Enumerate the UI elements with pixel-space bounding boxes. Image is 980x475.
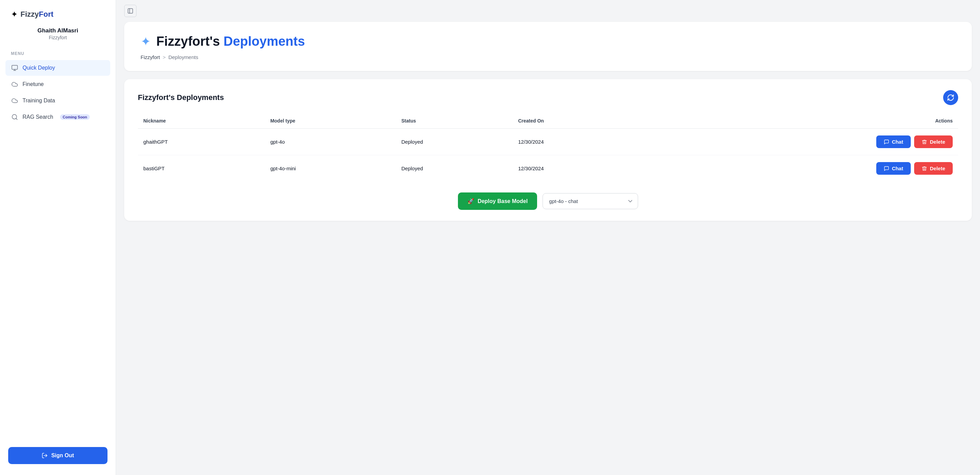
section-title: Fizzyfort's Deployments bbox=[138, 93, 224, 102]
logo-area: ✦ FizzyFort bbox=[0, 0, 116, 25]
header-title-area: ✦ Fizzyfort's Deployments bbox=[141, 34, 955, 49]
refresh-icon bbox=[947, 94, 955, 101]
finetune-icon bbox=[11, 81, 18, 88]
sidebar-item-rag-search[interactable]: RAG Search Coming Soon bbox=[5, 109, 110, 125]
quick-deploy-icon bbox=[11, 64, 18, 71]
sidebar-item-finetune[interactable]: Finetune bbox=[5, 76, 110, 92]
delete-icon bbox=[922, 139, 927, 145]
sign-out-button[interactable]: Sign Out bbox=[8, 447, 108, 464]
chat-icon bbox=[884, 139, 889, 145]
refresh-button[interactable] bbox=[943, 90, 958, 105]
rocket-icon: 🚀 bbox=[468, 198, 474, 204]
col-model-type: Model type bbox=[265, 114, 396, 129]
delete-label: Delete bbox=[930, 139, 945, 145]
sidebar-item-quick-deploy[interactable]: Quick Deploy bbox=[5, 60, 110, 76]
sidebar: ✦ FizzyFort Ghaith AlMasri Fizzyfort MEN… bbox=[0, 0, 116, 475]
breadcrumb-separator: > bbox=[163, 54, 166, 60]
sidebar-nav: Quick Deploy Finetune Training Data RAG … bbox=[0, 60, 116, 125]
deploy-row: 🚀 Deploy Base Model gpt-4o - chat gpt-4o… bbox=[138, 192, 958, 210]
table-row: ghaithGPT gpt-4o Deployed 12/30/2024 Cha… bbox=[138, 129, 958, 155]
deployments-table: Nickname Model type Status Created On Ac… bbox=[138, 114, 958, 181]
chat-icon bbox=[884, 166, 889, 171]
row1-model-type: gpt-4o bbox=[265, 129, 396, 155]
deploy-base-button[interactable]: 🚀 Deploy Base Model bbox=[458, 192, 538, 210]
rag-search-icon bbox=[11, 113, 18, 121]
quick-deploy-label: Quick Deploy bbox=[22, 65, 55, 71]
row1-chat-button[interactable]: Chat bbox=[876, 135, 911, 148]
page-title: Fizzyfort's Deployments bbox=[156, 34, 305, 49]
row2-model-type: gpt-4o-mini bbox=[265, 155, 396, 182]
logo-icon: ✦ bbox=[11, 10, 18, 19]
training-data-label: Training Data bbox=[22, 98, 55, 104]
user-info: Ghaith AlMasri Fizzyfort bbox=[0, 25, 116, 48]
delete-label: Delete bbox=[930, 165, 945, 171]
row2-nickname: bastiGPT bbox=[138, 155, 265, 182]
table-row: bastiGPT gpt-4o-mini Deployed 12/30/2024… bbox=[138, 155, 958, 182]
col-nickname: Nickname bbox=[138, 114, 265, 129]
menu-label: MENU bbox=[0, 48, 116, 60]
breadcrumb-parent[interactable]: Fizzyfort bbox=[141, 54, 160, 60]
toggle-sidebar-button[interactable] bbox=[124, 5, 137, 17]
logo-text: FizzyFort bbox=[21, 10, 54, 19]
breadcrumb-current: Deployments bbox=[168, 54, 198, 60]
row2-status: Deployed bbox=[396, 155, 512, 182]
finetune-label: Finetune bbox=[22, 81, 44, 87]
delete-icon bbox=[922, 166, 927, 171]
main-content: ✦ Fizzyfort's Deployments Fizzyfort > De… bbox=[116, 0, 980, 475]
title-blue: Deployments bbox=[223, 34, 305, 48]
chat-label: Chat bbox=[892, 139, 903, 145]
breadcrumb: Fizzyfort > Deployments bbox=[141, 54, 955, 60]
row2-created-on: 12/30/2024 bbox=[512, 155, 644, 182]
row2-actions: Chat Delete bbox=[644, 155, 958, 182]
chat-label: Chat bbox=[892, 165, 903, 171]
col-status: Status bbox=[396, 114, 512, 129]
row2-chat-button[interactable]: Chat bbox=[876, 162, 911, 175]
row2-delete-button[interactable]: Delete bbox=[914, 162, 953, 175]
row1-delete-button[interactable]: Delete bbox=[914, 135, 953, 148]
row1-created-on: 12/30/2024 bbox=[512, 129, 644, 155]
col-actions: Actions bbox=[644, 114, 958, 129]
title-plain: Fizzyfort's bbox=[156, 34, 220, 48]
model-select[interactable]: gpt-4o - chat gpt-4o-mini - chat gpt-3.5… bbox=[542, 193, 638, 209]
sidebar-footer: Sign Out bbox=[0, 439, 116, 475]
toggle-sidebar-icon bbox=[127, 8, 134, 14]
header-card: ✦ Fizzyfort's Deployments Fizzyfort > De… bbox=[124, 22, 972, 71]
logo-fort: Fort bbox=[39, 10, 54, 18]
svg-rect-3 bbox=[128, 8, 133, 13]
user-org: Fizzyfort bbox=[11, 35, 105, 40]
sign-out-label: Sign Out bbox=[51, 453, 74, 459]
header-star-icon: ✦ bbox=[141, 35, 151, 49]
deploy-base-label: Deploy Base Model bbox=[478, 198, 528, 204]
topbar bbox=[116, 0, 980, 22]
sidebar-item-training-data[interactable]: Training Data bbox=[5, 93, 110, 108]
rag-search-label: RAG Search bbox=[22, 114, 53, 120]
row1-status: Deployed bbox=[396, 129, 512, 155]
content-card-header: Fizzyfort's Deployments bbox=[138, 90, 958, 105]
sign-out-icon bbox=[41, 453, 48, 459]
col-created-on: Created On bbox=[512, 114, 644, 129]
coming-soon-badge: Coming Soon bbox=[60, 114, 90, 120]
content-card: Fizzyfort's Deployments Nickname Model t… bbox=[124, 79, 972, 221]
svg-rect-0 bbox=[12, 65, 18, 70]
logo-fizzy: Fizzy bbox=[21, 10, 39, 18]
row1-actions: Chat Delete bbox=[644, 129, 958, 155]
training-data-icon bbox=[11, 97, 18, 105]
row1-nickname: ghaithGPT bbox=[138, 129, 265, 155]
user-name: Ghaith AlMasri bbox=[11, 27, 105, 34]
